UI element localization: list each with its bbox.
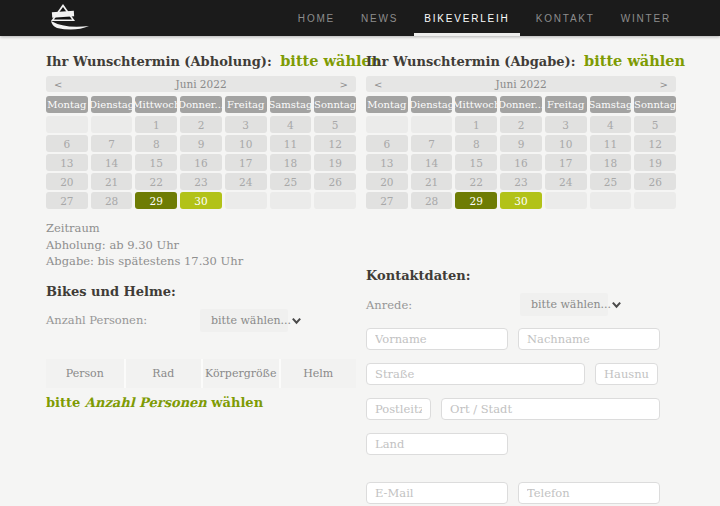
calendar-day[interactable]: 2 [500,116,542,133]
calendar-day[interactable]: 19 [314,154,356,171]
calendar-day[interactable]: 7 [91,135,133,152]
hint-pre: bitte [46,395,85,410]
calendar-empty-cell [314,192,356,209]
house-number-field[interactable] [595,363,658,385]
calendar-day[interactable]: 22 [455,173,497,190]
return-calendar-title: Ihr Wunschtermin (Abgabe): bitte wählen [366,52,676,69]
city-field[interactable] [441,398,660,420]
calendar-day[interactable]: 3 [545,116,587,133]
calendar-day[interactable]: 9 [180,135,222,152]
calendar-day[interactable]: 12 [634,135,676,152]
nav-item-news[interactable]: NEWS [348,0,411,36]
calendar-day[interactable]: 29 [135,192,177,209]
calendar-day[interactable]: 5 [314,116,356,133]
calendar-day[interactable]: 13 [366,154,408,171]
salutation-select[interactable]: bitte wählen... [520,293,608,316]
calendar-day[interactable]: 27 [366,192,408,209]
day-header: Freitag [545,96,587,113]
calendar-day[interactable]: 16 [500,154,542,171]
nav-item-winter[interactable]: WINTER [608,0,684,36]
first-name-field[interactable] [366,328,508,350]
month-bar: < Juni 2022 > [46,76,356,92]
calendar-day[interactable]: 11 [590,135,632,152]
calendar-day[interactable]: 1 [455,116,497,133]
persons-select[interactable]: bitte wählen... [200,309,288,332]
day-headers: MontagDienstagMittwochDonner...FreitagSa… [366,96,676,113]
calendar-day[interactable]: 21 [411,173,453,190]
bikes-table-header: PersonRadKörpergrößeHelm [46,359,356,388]
calendar-day[interactable]: 4 [270,116,312,133]
calendar-day[interactable]: 19 [634,154,676,171]
calendar-day[interactable]: 30 [180,192,222,209]
calendar-day[interactable]: 14 [411,154,453,171]
calendar-day[interactable]: 1 [135,116,177,133]
calendar-day[interactable]: 13 [46,154,88,171]
month-label: Juni 2022 [384,78,658,90]
calendar-day[interactable]: 6 [366,135,408,152]
day-header: Dienstag [91,96,133,113]
calendar-day[interactable]: 10 [225,135,267,152]
prev-month-arrow[interactable]: < [54,79,64,90]
calendar-day[interactable]: 6 [46,135,88,152]
zeitraum-block: Zeitraum Abholung: ab 9.30 Uhr Abgabe: b… [46,220,356,270]
calendar-day[interactable]: 5 [634,116,676,133]
calendar-day[interactable]: 25 [590,173,632,190]
calendar-day[interactable]: 15 [455,154,497,171]
calendar-day[interactable]: 17 [545,154,587,171]
calendar-day[interactable]: 22 [135,173,177,190]
prev-month-arrow[interactable]: < [374,79,384,90]
calendar-day[interactable]: 17 [225,154,267,171]
month-bar: < Juni 2022 > [366,76,676,92]
calendar-day[interactable]: 25 [270,173,312,190]
calendar-day[interactable]: 26 [314,173,356,190]
street-field[interactable] [366,363,585,385]
calendar-day[interactable]: 15 [135,154,177,171]
calendar-day[interactable]: 2 [180,116,222,133]
calendar-day[interactable]: 18 [590,154,632,171]
zip-field[interactable] [366,398,431,420]
calendar-day[interactable]: 8 [455,135,497,152]
calendar-day[interactable]: 3 [225,116,267,133]
calendar-day[interactable]: 20 [366,173,408,190]
calendar-day[interactable]: 10 [545,135,587,152]
calendar-day[interactable]: 11 [270,135,312,152]
ski-sport-logo[interactable]: ​ [45,2,107,34]
next-month-arrow[interactable]: > [658,79,668,90]
country-field[interactable] [366,433,508,455]
calendar-day[interactable]: 24 [545,173,587,190]
calendar-day[interactable]: 7 [411,135,453,152]
calendar-day[interactable]: 9 [500,135,542,152]
calendar-day[interactable]: 29 [455,192,497,209]
calendar-day[interactable]: 26 [634,173,676,190]
nav-item-bikeverleih[interactable]: BIKEVERLEIH [411,0,522,36]
calendar-day[interactable]: 14 [91,154,133,171]
calendar-day[interactable]: 4 [590,116,632,133]
phone-field[interactable] [518,482,660,504]
calendar-day[interactable]: 20 [46,173,88,190]
dates-grid: 1234567891011121314151617181920212223242… [46,116,356,209]
salutation-select-row: Anrede: bitte wählen... [366,293,676,316]
calendar-day[interactable]: 28 [411,192,453,209]
calendar-empty-cell [46,116,88,133]
calendar-day[interactable]: 24 [225,173,267,190]
pickup-calendar-title: Ihr Wunschtermin (Abholung): bitte wähle… [46,52,356,69]
calendar-day[interactable]: 12 [314,135,356,152]
calendar-day[interactable]: 28 [91,192,133,209]
nav-item-home[interactable]: HOME [285,0,348,36]
calendar-day[interactable]: 23 [500,173,542,190]
salutation-select-value: bitte wählen... [531,298,611,311]
next-month-arrow[interactable]: > [338,79,348,90]
calendar-day[interactable]: 18 [270,154,312,171]
calendar-day[interactable]: 30 [500,192,542,209]
calendar-day[interactable]: 23 [180,173,222,190]
nav-menu: HOMENEWSBIKEVERLEIHKONTAKTWINTER [285,0,684,36]
last-name-field[interactable] [518,328,660,350]
city-row [366,398,662,420]
calendar-day[interactable]: 27 [46,192,88,209]
email-field[interactable] [366,482,508,504]
calendar-day[interactable]: 8 [135,135,177,152]
calendar-day[interactable]: 16 [180,154,222,171]
day-header: Mittwoch [455,96,497,113]
nav-item-kontakt[interactable]: KONTAKT [523,0,608,36]
calendar-day[interactable]: 21 [91,173,133,190]
